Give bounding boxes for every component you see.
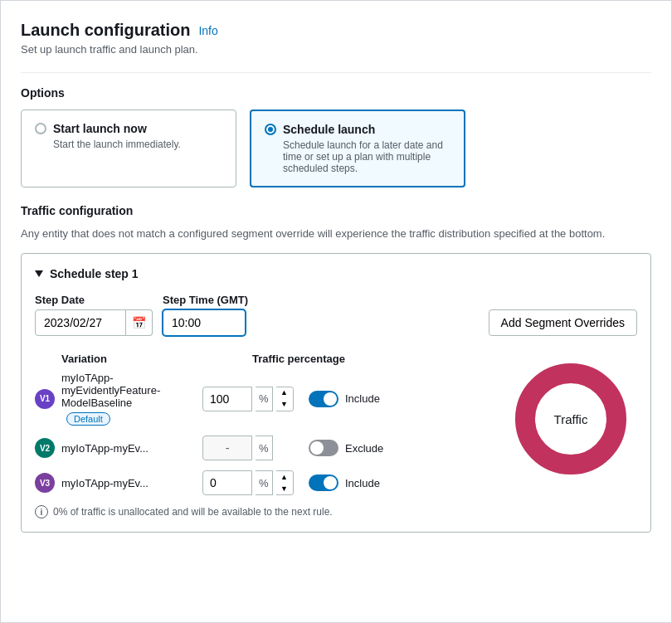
unallocated-note: i 0% of traffic is unallocated and will … (35, 505, 504, 518)
v3-percent-label: % (256, 470, 273, 495)
step-date-input[interactable] (35, 309, 126, 336)
donut-label: Traffic (554, 412, 588, 426)
options-label: Options (21, 86, 651, 100)
schedule-step-label: Schedule step 1 (50, 267, 139, 280)
add-segment-overrides-button[interactable]: Add Segment Overrides (489, 309, 637, 336)
v1-toggle-label: Include (345, 392, 380, 405)
traffic-config-label: Traffic configuration (21, 204, 651, 217)
option2-radio (265, 124, 276, 135)
v1-name-text: myIoTApp-myEvidentlyFeature-ModelBaselin… (61, 372, 202, 426)
option1-desc: Start the launch immediately. (35, 139, 222, 150)
v1-toggle-wrap: Include (309, 391, 380, 407)
table-row: V2 myIoTApp-myEv... % Exclude (35, 436, 504, 460)
v2-toggle-label: Exclude (345, 442, 383, 455)
table-row: V1 myIoTApp-myEvidentlyFeature-ModelBase… (35, 372, 504, 426)
v2-toggle-wrap: Exclude (309, 440, 383, 456)
step-inputs-row: Step Date 📅 Step Time (GMT) Add Segment … (35, 294, 637, 336)
divider-1 (21, 72, 651, 73)
step-time-group: Step Time (GMT) (163, 294, 248, 336)
v2-badge: V2 (35, 438, 55, 458)
v3-traffic-input[interactable] (202, 470, 252, 495)
variation-left: Variation Traffic percentage V1 myIoTApp… (35, 353, 504, 518)
step-time-input[interactable] (163, 309, 246, 336)
v1-traffic-wrap: % ▲ ▼ (202, 387, 302, 411)
option-schedule[interactable]: Schedule launch Schedule launch for a la… (250, 110, 465, 187)
page-header: Launch configuration Info (21, 21, 651, 40)
v3-stepper-up[interactable]: ▲ (276, 471, 293, 483)
v1-stepper-down[interactable]: ▼ (276, 399, 293, 411)
option-start-now[interactable]: Start launch now Start the launch immedi… (21, 110, 236, 187)
option2-title: Schedule launch (283, 123, 375, 136)
step-date-label: Step Date (35, 294, 153, 306)
page-title: Launch configuration (21, 21, 190, 40)
step-time-label: Step Time (GMT) (163, 294, 248, 306)
option2-header: Schedule launch (265, 123, 450, 136)
donut-chart: Traffic (513, 361, 629, 477)
v1-name: myIoTApp-myEvidentlyFeature-ModelBaselin… (61, 372, 202, 426)
options-row: Start launch now Start the launch immedi… (21, 110, 651, 187)
v3-name: myIoTApp-myEv... (61, 477, 202, 489)
calendar-icon: 📅 (132, 316, 146, 329)
default-badge: Default (66, 412, 110, 426)
v2-traffic-wrap: % (202, 436, 302, 460)
schedule-header: Schedule step 1 (35, 267, 637, 280)
step-date-input-wrap: 📅 (35, 309, 153, 336)
v1-stepper: ▲ ▼ (276, 387, 294, 411)
variation-table-header: Variation Traffic percentage (35, 353, 504, 365)
option1-title: Start launch now (53, 122, 147, 135)
v1-percent-label: % (256, 387, 273, 411)
v1-badge: V1 (35, 389, 55, 409)
v2-percent-label: % (256, 436, 273, 460)
traffic-config-desc: Any entity that does not match a configu… (21, 227, 651, 240)
table-row: V3 myIoTApp-myEv... % ▲ ▼ Inc (35, 470, 504, 495)
col-variation-header: Variation (61, 353, 252, 365)
v3-toggle-label: Include (345, 477, 380, 489)
info-link[interactable]: Info (198, 24, 217, 37)
unallocated-text: 0% of traffic is unallocated and will be… (53, 506, 333, 518)
v2-name: myIoTApp-myEv... (61, 442, 202, 455)
v3-badge: V3 (35, 473, 55, 493)
v3-stepper: ▲ ▼ (276, 470, 294, 495)
v2-traffic-input[interactable] (202, 436, 252, 460)
info-circle-icon: i (35, 505, 48, 518)
v3-toggle-wrap: Include (309, 475, 380, 491)
v3-stepper-down[interactable]: ▼ (276, 483, 293, 494)
variation-section: Variation Traffic percentage V1 myIoTApp… (35, 353, 637, 518)
v1-stepper-up[interactable]: ▲ (276, 387, 293, 399)
col-traffic-header: Traffic percentage (252, 353, 402, 365)
v3-traffic-wrap: % ▲ ▼ (202, 470, 302, 495)
page-subtitle: Set up launch traffic and launch plan. (21, 43, 651, 56)
calendar-button[interactable]: 📅 (126, 309, 153, 336)
v1-toggle[interactable] (309, 391, 338, 407)
option2-desc: Schedule launch for a later date and tim… (265, 139, 450, 174)
collapse-icon[interactable] (35, 270, 43, 277)
option1-radio (35, 123, 46, 134)
v1-traffic-input[interactable] (202, 387, 252, 411)
v2-toggle[interactable] (309, 440, 338, 456)
donut-chart-wrap: Traffic (504, 353, 637, 477)
schedule-box: Schedule step 1 Step Date 📅 Step Time (G… (21, 253, 651, 533)
option1-header: Start launch now (35, 122, 222, 135)
v3-toggle[interactable] (309, 475, 338, 491)
step-date-group: Step Date 📅 (35, 294, 153, 336)
